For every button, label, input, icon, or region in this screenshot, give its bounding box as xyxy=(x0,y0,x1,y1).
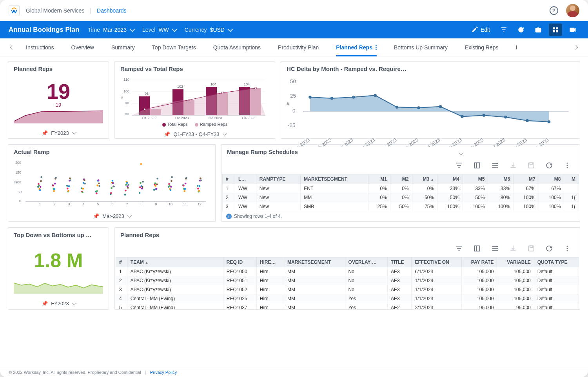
ramp-schedule-table[interactable]: #L…RAMPTYPEMARKETSEGMENTM1M2M3▲M4M5M6M7M… xyxy=(222,174,579,211)
tab-quota-assumptions[interactable]: Quota Assumptions xyxy=(213,38,261,56)
svg-point-48 xyxy=(439,105,442,108)
svg-point-95 xyxy=(68,190,70,192)
svg-point-186 xyxy=(567,165,568,166)
column-header[interactable]: TEAM▲ xyxy=(127,257,223,267)
chevron-down-icon xyxy=(127,213,132,218)
column-header[interactable]: TITLE xyxy=(388,257,412,267)
app-logo[interactable] xyxy=(9,5,20,16)
card-footer[interactable]: 📌FY2023 xyxy=(8,298,109,309)
svg-text:Q3 2023: Q3 2023 xyxy=(209,116,222,119)
svg-text:Q1 2023: Q1 2023 xyxy=(142,116,156,119)
table-row[interactable]: 2APAC (Krzyzewski)REQ1051HireMMNoAE31/1/… xyxy=(116,276,579,285)
svg-rect-6 xyxy=(570,28,574,32)
settings-icon[interactable] xyxy=(491,161,499,169)
column-header[interactable]: M5 xyxy=(463,174,488,184)
column-header[interactable]: RAMPTYPE xyxy=(256,174,300,184)
card-footer[interactable]: 📌Q1-FY23 - Q4-FY23 xyxy=(115,130,275,138)
table-row[interactable]: 3APAC (Krzyzewski)REQ1052HireMMNoAE31/1/… xyxy=(116,285,579,294)
tab-bottoms-up-summary[interactable]: Bottoms Up Summary xyxy=(394,38,448,56)
column-header[interactable]: # xyxy=(223,174,235,184)
table-row[interactable]: 2WWNewMM0%0%50%50%50%80%100%100%1( xyxy=(223,193,579,202)
column-header[interactable]: M6 xyxy=(488,174,514,184)
svg-point-176 xyxy=(198,190,200,192)
column-header[interactable]: OVERLAY … xyxy=(345,257,387,267)
filter-icon[interactable] xyxy=(497,24,510,36)
column-header[interactable]: MARKETSEGMENT xyxy=(284,257,345,267)
card-footer[interactable]: 📌FY2023 xyxy=(8,128,109,138)
column-header[interactable]: REQ ID xyxy=(223,257,256,267)
table-row[interactable]: 1WWNewENT0%0%0%33%33%33%67%67% xyxy=(223,184,579,193)
tab-overview[interactable]: Overview xyxy=(71,38,94,56)
chevron-down-icon xyxy=(172,27,177,32)
card-footer[interactable]: 📌Mar-2023 xyxy=(8,210,215,221)
refresh-icon[interactable] xyxy=(545,161,553,169)
breadcrumb-org[interactable]: Global Modern Services xyxy=(26,7,84,14)
kebab-icon[interactable] xyxy=(563,245,571,252)
column-header[interactable]: M4 xyxy=(437,174,463,184)
column-header[interactable]: # xyxy=(116,257,127,267)
kebab-icon[interactable] xyxy=(376,45,377,50)
tab-existing-reps[interactable]: Existing Reps xyxy=(465,38,499,56)
settings-icon[interactable] xyxy=(491,245,499,252)
filter-icon[interactable] xyxy=(455,245,463,252)
column-header[interactable]: QUOTA TYPE xyxy=(534,257,579,267)
column-icon[interactable] xyxy=(473,245,481,252)
svg-point-50 xyxy=(483,114,485,117)
refresh-icon[interactable] xyxy=(514,24,528,36)
tab-productivity-plan[interactable]: Productivity Plan xyxy=(278,38,319,56)
tab-instructions[interactable]: Instructions xyxy=(26,38,54,56)
tab-summary[interactable]: Summary xyxy=(111,38,135,56)
grid-view-icon[interactable] xyxy=(549,24,562,36)
camera-icon[interactable] xyxy=(532,24,545,36)
tab-planned-reps[interactable]: Planned Reps xyxy=(336,38,377,56)
svg-text:4: 4 xyxy=(82,202,84,206)
help-icon[interactable]: ? xyxy=(550,6,558,15)
chevron-down-icon xyxy=(72,301,76,305)
column-header[interactable]: L… xyxy=(235,174,256,184)
filter-level[interactable]: Level WW xyxy=(142,27,176,33)
tab-scroll-right[interactable] xyxy=(572,43,580,52)
column-header[interactable]: HIRE… xyxy=(256,257,284,267)
svg-point-173 xyxy=(197,185,199,187)
column-header[interactable]: EFFECTIVE ON xyxy=(412,257,461,267)
table-row[interactable]: 5Central - MM (Ewing)REQ1037HireMMYesAE2… xyxy=(116,303,579,310)
breadcrumb-page[interactable]: Dashboards xyxy=(97,7,127,14)
svg-text:110: 110 xyxy=(123,78,129,82)
svg-text:%: % xyxy=(14,180,17,184)
svg-point-76 xyxy=(38,185,40,187)
tab-row: InstructionsOverviewSummaryTop Down Targ… xyxy=(0,38,588,56)
column-header[interactable]: M7 xyxy=(514,174,539,184)
svg-text:Oct 2023: Oct 2023 xyxy=(488,137,506,147)
svg-point-49 xyxy=(461,115,463,118)
table-row[interactable]: 4Central - MM (Ewing)REQ1025HireMMYesAE3… xyxy=(116,294,579,303)
table-row[interactable]: 1APAC (Krzyzewski)REQ1050HireMMNoAE36/1/… xyxy=(116,267,579,276)
table-row[interactable]: 3WWNewSMB25%50%75%100%100%100%100%100%1( xyxy=(223,202,579,211)
filter-time[interactable]: Time Mar-2023 xyxy=(88,27,134,33)
planned-reps-table[interactable]: #TEAM▲REQ IDHIRE…MARKETSEGMENTOVERLAY …T… xyxy=(116,257,579,309)
filter-currency[interactable]: Currency $USD xyxy=(185,27,232,33)
filter-icon[interactable] xyxy=(455,161,463,169)
avatar[interactable] xyxy=(566,4,579,17)
svg-point-98 xyxy=(69,178,71,179)
svg-point-187 xyxy=(567,167,568,168)
refresh-icon[interactable] xyxy=(545,245,553,252)
tab-scroll-left[interactable] xyxy=(8,43,16,52)
column-header[interactable]: MARKETSEGMENT xyxy=(301,174,368,184)
column-header[interactable]: M8 xyxy=(539,174,564,184)
column-header[interactable]: M xyxy=(564,174,579,184)
column-header[interactable]: M2 xyxy=(390,174,412,184)
column-header[interactable]: M1 xyxy=(368,174,390,184)
column-icon[interactable] xyxy=(473,161,481,169)
column-header[interactable]: VARIABLE xyxy=(497,257,534,267)
column-header[interactable]: PAY RATE xyxy=(461,257,497,267)
card-ramped-vs-total: Ramped vs Total Reps 110 100 90 80 # xyxy=(114,61,275,139)
tab-top-down-targets[interactable]: Top Down Targets xyxy=(152,38,196,56)
edit-button[interactable]: Edit xyxy=(468,24,493,36)
kebab-icon[interactable] xyxy=(563,161,571,169)
privacy-link[interactable]: Privacy Policy xyxy=(150,370,177,375)
svg-point-138 xyxy=(139,187,141,188)
tab-i[interactable]: I xyxy=(515,38,517,56)
svg-point-123 xyxy=(112,180,114,182)
present-icon[interactable] xyxy=(566,24,579,36)
column-header[interactable]: M3▲ xyxy=(412,174,437,184)
